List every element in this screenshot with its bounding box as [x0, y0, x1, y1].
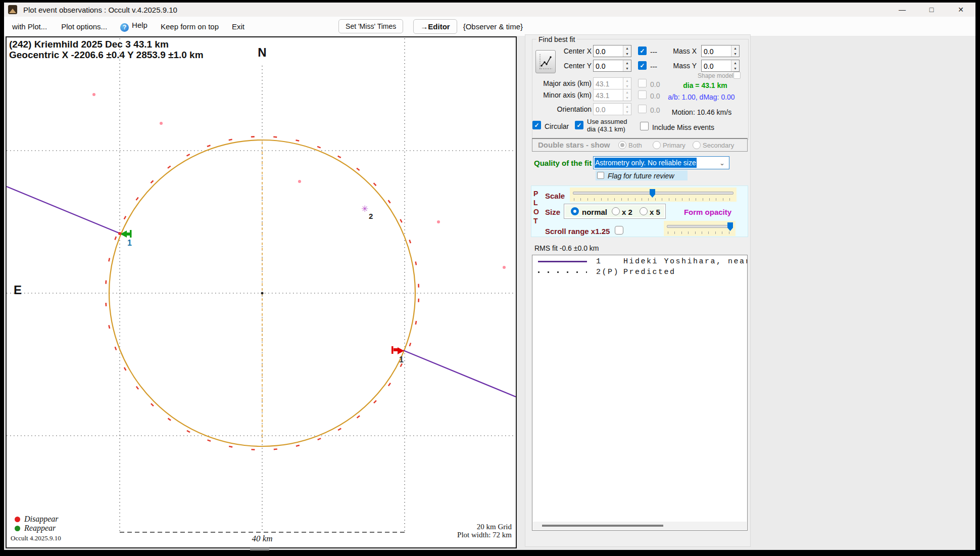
menu-item-keep-on-top[interactable]: Keep form on top	[161, 22, 219, 31]
size-x5-radio[interactable]	[640, 207, 648, 215]
diameter-text: dia = 43.1 km	[670, 81, 741, 89]
maximize-button[interactable]: □	[917, 3, 946, 17]
control-panel: Find best fit Center X ▴ ▾ ✓ --- Mass X	[525, 34, 751, 547]
window-controls: — □ ✕	[888, 3, 975, 17]
spin-down-icon[interactable]: ▾	[623, 66, 631, 71]
plot-area[interactable]: 1 1 ✳ 2 (242) Kriemhild 2025 Dec 3 43.1 …	[6, 36, 517, 548]
center-x-spin-buttons[interactable]: ▴ ▾	[623, 45, 631, 57]
listbox-h-scrollbar[interactable]	[533, 522, 747, 530]
observation-row[interactable]: 1 Hideki Yoshihara, near	[538, 257, 743, 266]
use-assumed-checkbox[interactable]: ✓	[575, 121, 583, 129]
spin-up-icon[interactable]: ▴	[731, 60, 739, 66]
check-icon: ✓	[534, 122, 539, 128]
app-icon	[8, 5, 17, 14]
scale-bar-label: 40 km	[252, 534, 272, 544]
observation-row[interactable]: 2(P) Predicted	[538, 268, 743, 276]
east-label: E	[14, 283, 22, 297]
shape-model-label: Shape model	[698, 72, 733, 79]
size-label: Size	[545, 208, 560, 216]
plot-width-note: Plot width: 72 km	[457, 531, 512, 539]
center-x-checkbox[interactable]: ✓	[638, 47, 647, 55]
size-normal-radio[interactable]	[571, 207, 579, 215]
scroll-range-checkbox[interactable]	[615, 226, 623, 235]
center-x-input[interactable]	[594, 45, 623, 57]
plot-letter-t: T	[533, 217, 538, 225]
north-label: N	[258, 45, 266, 60]
spin-down-icon[interactable]: ▾	[623, 51, 631, 57]
ab-dmag-text: a/b: 1.00, dMag: 0.00	[662, 93, 741, 101]
chord-1-path	[7, 187, 516, 397]
use-assumed-line2: dia (43.1 km)	[587, 125, 625, 133]
minor-axis-aux: 0.0	[650, 92, 660, 100]
observation-name: Predicted	[623, 268, 676, 276]
scale-slider[interactable]	[570, 188, 737, 202]
editor-button[interactable]: →Editor	[413, 19, 457, 34]
mass-x-input[interactable]	[702, 45, 731, 57]
form-opacity-thumb[interactable]	[727, 222, 733, 231]
center-x-spinner[interactable]: ▴ ▾	[593, 45, 631, 57]
plot-canvas[interactable]: 1 1 ✳ 2	[7, 37, 516, 547]
plot-h-scrollbar[interactable]	[250, 548, 269, 550]
flag-review-checkbox[interactable]	[597, 172, 604, 179]
close-button[interactable]: ✕	[946, 3, 975, 17]
menu-item-plot-options[interactable]: Plot options...	[61, 22, 107, 31]
double-stars-both-radio	[618, 141, 626, 149]
plot-letter-o: O	[533, 208, 539, 216]
plot-version-label: Occult 4.2025.9.10	[11, 534, 61, 542]
center-y-spin-buttons[interactable]: ▴ ▾	[623, 60, 631, 71]
orientation-spin-buttons: ▴ ▾	[623, 104, 631, 115]
center-x-aux: ---	[650, 48, 657, 56]
radio-dot-icon	[620, 143, 624, 147]
spin-up-icon[interactable]: ▴	[623, 60, 631, 66]
circular-checkbox[interactable]: ✓	[532, 121, 541, 129]
circular-label: Circular	[545, 122, 569, 130]
spin-down-icon: ▾	[623, 109, 631, 115]
listbox-scrollbar-thumb[interactable]	[542, 525, 663, 527]
menu-item-with-plot[interactable]: with Plot...	[12, 22, 47, 31]
observer-time-label: {Observer & time}	[463, 22, 523, 31]
mass-x-spin-buttons[interactable]: ▴ ▾	[731, 45, 739, 57]
spin-up-icon: ▴	[623, 104, 631, 109]
quality-dropdown[interactable]: Astrometry only. No reliable size ⌄	[593, 156, 729, 169]
major-axis-aux: 0.0	[650, 80, 660, 88]
flag-review-label: Flag for future review	[608, 172, 674, 180]
menu-item-exit[interactable]: Exit	[232, 22, 244, 31]
spin-up-icon[interactable]: ▴	[731, 45, 739, 51]
legend-reappear-label: Reappear	[24, 524, 56, 533]
mass-y-spin-buttons[interactable]: ▴ ▾	[731, 60, 739, 71]
size-x2-radio[interactable]	[612, 207, 620, 215]
grid-note: 20 km Grid	[477, 523, 512, 531]
menu-item-help[interactable]: ?Help	[120, 21, 148, 32]
size-normal-label: normal	[582, 208, 607, 216]
minimize-button[interactable]: —	[888, 3, 917, 17]
field-stars	[92, 93, 506, 269]
predicted-chord-number: 2	[369, 212, 373, 220]
spin-down-icon[interactable]: ▾	[731, 51, 739, 57]
menu-item-help-label: Help	[132, 21, 148, 29]
observations-listbox[interactable]: 1 Hideki Yoshihara, near 2(P) Predicted	[532, 255, 748, 531]
mass-y-spinner[interactable]: ▴ ▾	[701, 60, 740, 72]
disappear-marker[interactable]	[391, 346, 404, 354]
double-stars-label: Double stars - show	[538, 141, 610, 149]
scale-slider-thumb[interactable]	[650, 189, 655, 198]
dropdown-chevron-icon[interactable]: ⌄	[719, 159, 725, 167]
plot-letter-p: P	[533, 190, 538, 198]
spin-up-icon[interactable]: ▴	[623, 45, 631, 51]
predicted-star-icon: ✳	[361, 204, 368, 214]
form-opacity-track[interactable]	[667, 225, 732, 228]
include-miss-checkbox[interactable]	[640, 122, 649, 130]
disappear-dot-icon	[15, 517, 20, 522]
grid-lines	[7, 38, 516, 532]
spin-down-icon[interactable]: ▾	[731, 66, 739, 71]
set-miss-times-button[interactable]: Set 'Miss' Times	[338, 19, 403, 33]
mass-x-spinner[interactable]: ▴ ▾	[701, 45, 740, 57]
center-y-input[interactable]	[594, 60, 623, 71]
shape-model-checkbox[interactable]	[733, 72, 741, 79]
minor-axis-spin-buttons: ▴ ▾	[623, 89, 631, 101]
center-y-spinner[interactable]: ▴ ▾	[593, 60, 631, 72]
center-y-checkbox[interactable]: ✓	[638, 61, 647, 70]
form-opacity-slider[interactable]	[664, 221, 736, 236]
spin-up-icon: ▴	[623, 78, 631, 83]
mass-y-input[interactable]	[702, 60, 731, 71]
size-x5-label: x 5	[650, 208, 660, 216]
